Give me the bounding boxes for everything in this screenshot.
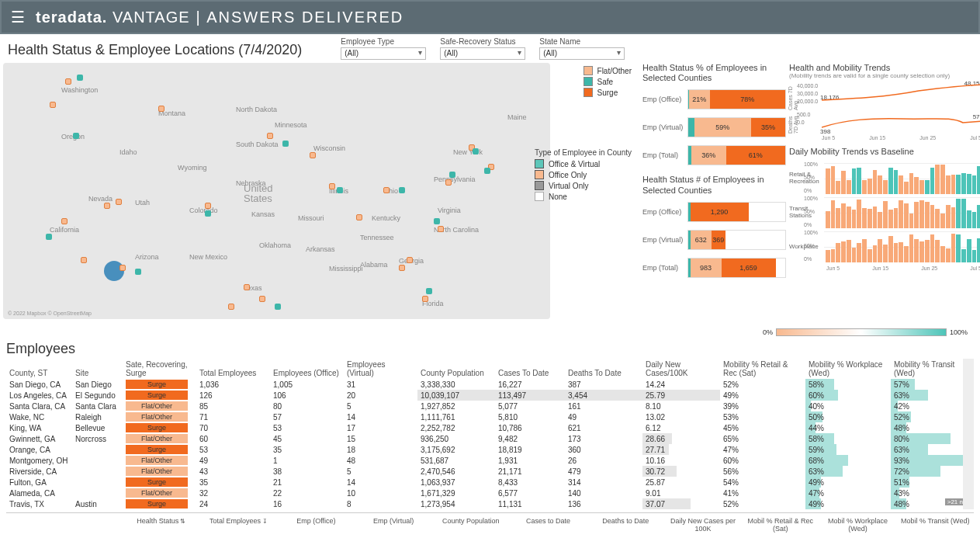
county-marker[interactable] bbox=[77, 75, 83, 81]
footer-sort-cell[interactable]: Daily New Cases per 100K bbox=[664, 518, 742, 533]
county-marker[interactable] bbox=[104, 203, 110, 209]
column-header[interactable]: Employees (Virtual) bbox=[344, 359, 417, 379]
column-header[interactable]: Cases To Date bbox=[495, 359, 565, 379]
county-marker[interactable] bbox=[65, 78, 71, 85]
county-marker[interactable] bbox=[445, 179, 452, 186]
column-header[interactable]: Mobility % Workplace (Wed) bbox=[805, 359, 891, 379]
column-header[interactable]: Total Employees bbox=[196, 359, 270, 379]
filter-select[interactable]: (All) bbox=[440, 47, 525, 60]
stacked-bar[interactable]: 9831,659 bbox=[687, 258, 786, 278]
table-row[interactable]: Wake, NC Raleigh Flat/Other 715714 1,111… bbox=[6, 411, 974, 422]
stacked-bar[interactable]: 21%78% bbox=[687, 89, 786, 109]
column-header[interactable]: County, ST bbox=[6, 359, 72, 379]
table-row[interactable]: Gwinnett, GA Norcross Flat/Other 604515 … bbox=[6, 433, 974, 444]
table-row[interactable]: Santa Clara, CA Santa Clara Flat/Other 8… bbox=[6, 401, 974, 411]
footer-sort-cell[interactable]: Deaths to Date bbox=[587, 518, 664, 533]
county-marker[interactable] bbox=[356, 214, 362, 220]
mobility-bar-chart[interactable]: 100%50%0% bbox=[824, 163, 980, 194]
stacked-bar[interactable]: 59%35% bbox=[687, 117, 786, 137]
county-marker[interactable] bbox=[422, 296, 428, 302]
footer-sort-cell[interactable]: County Population bbox=[432, 518, 510, 533]
stacked-bar[interactable]: 632369 bbox=[687, 230, 786, 250]
county-marker[interactable] bbox=[119, 265, 126, 271]
county-marker[interactable] bbox=[275, 304, 281, 310]
county-marker[interactable] bbox=[407, 257, 413, 263]
county-marker[interactable] bbox=[46, 234, 52, 240]
footer-sort-cell[interactable]: Total Employees↧ bbox=[200, 518, 278, 533]
column-header[interactable]: Deaths To Date bbox=[565, 359, 642, 379]
legend-item[interactable]: Office & Virtual bbox=[535, 159, 632, 168]
column-header[interactable]: Daily New Cases/100K bbox=[642, 359, 720, 379]
county-marker[interactable] bbox=[434, 218, 440, 224]
legend-item[interactable]: Surge bbox=[583, 88, 632, 97]
table-row[interactable]: Riverside, CA Flat/Other 43385 2,470,546… bbox=[6, 466, 974, 477]
county-marker[interactable] bbox=[399, 187, 405, 193]
county-marker[interactable] bbox=[205, 210, 211, 217]
legend-item[interactable]: Office Only bbox=[535, 170, 632, 179]
county-marker[interactable] bbox=[228, 304, 234, 310]
county-marker[interactable] bbox=[282, 141, 289, 147]
selection-marker-icon[interactable] bbox=[104, 261, 124, 281]
mobility-row: Retail & Recreation 100%50%0% bbox=[789, 163, 980, 194]
table-row[interactable]: Fulton, GA Surge 352114 1,063,9378,43331… bbox=[6, 477, 974, 488]
county-marker[interactable] bbox=[81, 257, 87, 263]
table-row[interactable]: Travis, TX Austin Surge 24168 1,273,9541… bbox=[6, 498, 974, 509]
county-marker[interactable] bbox=[329, 183, 335, 189]
county-marker[interactable] bbox=[399, 265, 405, 271]
county-marker[interactable] bbox=[473, 148, 479, 154]
column-header[interactable]: Mobility % Retail & Rec (Sat) bbox=[720, 359, 805, 379]
cases-sparkline[interactable]: Cases 7D Avg 40,000.0 30,000.0 20,000.0 … bbox=[789, 83, 980, 110]
county-marker[interactable] bbox=[135, 269, 141, 275]
county-marker[interactable] bbox=[73, 133, 79, 139]
table-row[interactable]: Los Angeles, CA El Segundo Surge 1261062… bbox=[6, 390, 974, 401]
county-marker[interactable] bbox=[426, 288, 432, 294]
county-marker[interactable] bbox=[259, 296, 265, 302]
column-header[interactable]: Sate, Recovering, Surge bbox=[123, 359, 196, 379]
county-marker[interactable] bbox=[205, 203, 211, 209]
column-header[interactable]: County Population bbox=[417, 359, 495, 379]
column-header[interactable]: Mobility % Transit (Wed) bbox=[891, 359, 974, 379]
footer-sort-cell[interactable]: Mobil % Workplace (Wed) bbox=[819, 518, 897, 533]
county-marker[interactable] bbox=[267, 133, 273, 139]
county-marker[interactable] bbox=[438, 226, 444, 232]
column-header[interactable]: Site bbox=[72, 359, 123, 379]
us-map[interactable]: UnitedStates © 2022 Mapbox © OpenStreetM… bbox=[3, 63, 550, 319]
column-header[interactable]: Employees (Office) bbox=[270, 359, 344, 379]
mobility-bar-chart[interactable]: 100%50%0% bbox=[824, 231, 980, 262]
employees-scroll[interactable]: County, STSiteSate, Recovering, SurgeTot… bbox=[6, 359, 974, 509]
stacked-bar[interactable]: 1,290 bbox=[687, 202, 786, 222]
county-marker[interactable] bbox=[61, 218, 68, 224]
table-row[interactable]: Orange, CA Surge 533518 3,175,69218,8193… bbox=[6, 444, 974, 455]
county-marker[interactable] bbox=[244, 284, 250, 290]
table-row[interactable]: Alameda, CA Flat/Other 322210 1,671,3296… bbox=[6, 488, 974, 498]
legend-item[interactable]: Virtual Only bbox=[535, 181, 632, 190]
county-marker[interactable] bbox=[337, 187, 343, 193]
stacked-bar[interactable]: 36%61% bbox=[687, 145, 786, 165]
table-row[interactable]: King, WA Bellevue Surge 705317 2,252,782… bbox=[6, 422, 974, 433]
county-marker[interactable] bbox=[383, 187, 390, 193]
county-marker[interactable] bbox=[116, 199, 122, 205]
legend-item[interactable]: Safe bbox=[583, 77, 632, 86]
mobility-bar-chart[interactable]: 100%50%0% bbox=[824, 197, 980, 228]
footer-sort-cell[interactable]: Emp (Office) bbox=[277, 518, 355, 533]
deaths-sparkline[interactable]: Deaths 7D Avg 500.0 0.0 398 579 bbox=[789, 112, 980, 134]
county-marker[interactable] bbox=[158, 106, 164, 112]
hamburger-menu-icon[interactable]: ☰ bbox=[11, 8, 25, 26]
county-marker[interactable] bbox=[50, 102, 56, 108]
legend-item[interactable]: Flat/Other bbox=[583, 66, 632, 75]
table-row[interactable]: Montgomery, OH Flat/Other 49148 531,6871… bbox=[6, 455, 974, 466]
county-marker[interactable] bbox=[310, 152, 316, 158]
footer-sort-cell[interactable]: Mobil % Transit (Wed) bbox=[896, 518, 974, 533]
table-row[interactable]: San Diego, CA San Diego Surge 1,0361,005… bbox=[6, 379, 974, 390]
county-marker[interactable] bbox=[484, 168, 490, 174]
footer-sort-cell[interactable]: Emp (Virtual) bbox=[355, 518, 432, 533]
legend-swatch-icon bbox=[535, 170, 544, 179]
footer-sort-cell[interactable]: Cases to Date bbox=[510, 518, 587, 533]
filter-select[interactable]: (All) bbox=[539, 47, 625, 60]
footer-sort-cell[interactable]: Mobil % Retail & Rec (Sat) bbox=[742, 518, 819, 533]
legend-item[interactable]: None bbox=[535, 192, 632, 201]
filter-select[interactable]: (All) bbox=[341, 47, 426, 60]
status-badge: Flat/Other bbox=[126, 488, 188, 498]
county-marker[interactable] bbox=[449, 172, 455, 178]
footer-sort-cell[interactable]: Health Status⇅ bbox=[123, 518, 200, 533]
